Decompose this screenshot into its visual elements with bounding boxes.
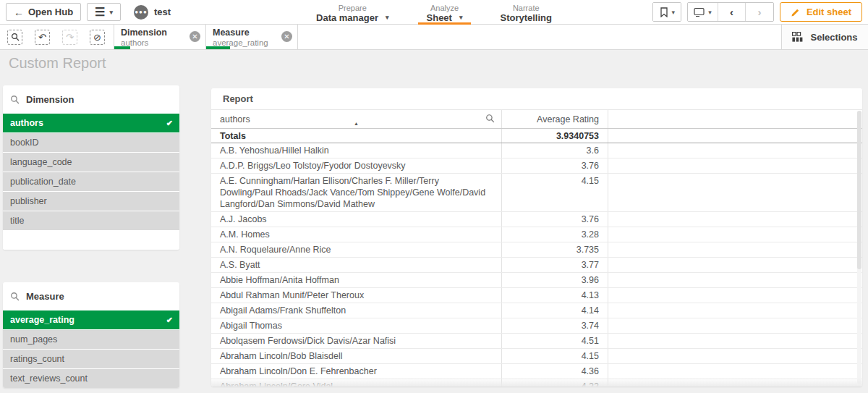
rating-cell[interactable]: 3.76 [502,159,608,173]
selections-toggle[interactable]: Selections [781,25,868,49]
author-cell[interactable]: A.J. Jacobs [211,212,502,227]
app-info[interactable]: ●●● test [134,5,171,20]
author-cell[interactable]: Abigail Adams/Frank Shuffelton [211,303,502,318]
table-row[interactable]: A.B. Yehoshua/Hillel Halkin 3.6 [211,143,862,159]
global-menu-button[interactable]: ☰ ▾ [87,3,121,21]
rating-cell[interactable]: 3.74 [502,318,608,333]
selection-chip-measure[interactable]: Measure average_rating ✕ [205,25,298,49]
table-row[interactable]: Abdul Rahman Munif/Peter Theroux 4.13 [211,288,862,303]
list-item[interactable]: num_pages ✔ [3,330,179,349]
empty-cell [608,318,862,333]
bookmarks-button[interactable]: ▾ [653,3,681,21]
empty-cell [608,159,862,173]
rating-cell[interactable]: 4.36 [502,364,608,379]
author-cell[interactable]: Abbie Hoffman/Anita Hoffman [211,273,502,287]
clear-selections-icon[interactable]: ⊘ [90,30,105,45]
listbox-title: Measure [26,291,64,302]
search-icon[interactable] [485,114,495,123]
table-row[interactable]: A.J. Jacobs 3.76 [211,212,862,227]
rating-cell[interactable]: 3.28 [502,227,608,242]
table-row[interactable]: A.S. Byatt 3.77 [211,258,862,273]
author-cell[interactable]: A.M. Homes [211,227,502,242]
empty-cell [608,273,862,287]
table-row[interactable]: Abigail Adams/Frank Shuffelton 4.14 [211,303,862,318]
list-item[interactable]: text_reviews_count ✔ [3,369,179,388]
rating-cell[interactable]: 4.15 [502,349,608,363]
rating-cell[interactable]: 3.735 [502,242,608,257]
check-icon: ✔ [166,114,173,132]
chevron-right-icon: › [757,7,761,17]
rating-cell[interactable]: 4.22 [502,379,608,386]
nav-analyze[interactable]: Analyze Sheet ▾ [418,0,472,25]
chevron-left-icon: ‹ [730,7,733,17]
rating-cell[interactable]: 3.96 [502,273,608,287]
author-cell[interactable]: A.D.P. Briggs/Leo Tolstoy/Fyodor Dostoye… [211,159,502,173]
list-item-label: bookID [10,138,39,148]
open-hub-button[interactable]: ← Open Hub [6,3,81,21]
rating-cell[interactable]: 4.51 [502,334,608,348]
edit-sheet-button[interactable]: Edit sheet [780,2,862,22]
author-cell[interactable]: Abolqasem Ferdowsi/Dick Davis/Azar Nafis… [211,334,502,348]
scrollbar-thumb[interactable] [857,111,861,269]
table-row[interactable]: Abbie Hoffman/Anita Hoffman 3.96 [211,273,862,288]
list-item[interactable]: average_rating ✔ [3,310,179,329]
measure-listbox: Measure average_rating ✔ num_pages ✔ rat… [3,282,179,388]
selection-chip-dimension[interactable]: Dimension authors ✕ [114,25,206,49]
rating-cell[interactable]: 3.6 [502,143,608,158]
author-cell[interactable]: Abraham Lincoln/Gore Vidal [211,379,502,386]
table-row[interactable]: Abraham Lincoln/Don E. Fehrenbacher 4.36 [211,364,862,379]
undo-selection-icon[interactable]: ↶ [35,30,50,45]
nav-narrate[interactable]: Narrate Storytelling [491,0,561,25]
list-item[interactable]: ratings_count ✔ [3,350,179,368]
smart-search-icon[interactable] [7,30,22,45]
author-cell[interactable]: A.S. Byatt [211,258,502,272]
rating-cell[interactable]: 3.77 [502,258,608,272]
list-item[interactable]: publication_date ✔ [3,172,179,191]
table-row[interactable]: Abraham Lincoln/Bob Blaisdell 4.15 [211,349,862,364]
close-icon[interactable]: ✕ [281,31,292,42]
list-item[interactable]: publisher ✔ [3,192,179,211]
vertical-scrollbar[interactable] [857,111,861,384]
author-cell[interactable]: A.N. Roquelaure/Anne Rice [211,242,502,257]
prev-sheet-button[interactable]: ‹ [718,3,746,21]
close-icon[interactable]: ✕ [190,31,200,42]
author-cell[interactable]: Abraham Lincoln/Bob Blaisdell [211,349,502,363]
list-item[interactable]: bookID ✔ [3,133,179,152]
empty-cell [608,364,862,379]
search-icon [10,292,20,301]
chip-title: Measure [213,28,278,38]
table-row[interactable]: A.N. Roquelaure/Anne Rice 3.735 [211,242,862,258]
column-header-authors[interactable]: authors ▲ [211,110,502,128]
table-row[interactable]: A.D.P. Briggs/Leo Tolstoy/Fyodor Dostoye… [211,159,862,174]
dimension-listbox-header[interactable]: Dimension [3,85,179,113]
table-row[interactable]: Abolqasem Ferdowsi/Dick Davis/Azar Nafis… [211,334,862,349]
redo-selection-icon[interactable]: ↷ [62,30,77,45]
author-cell[interactable]: Abdul Rahman Munif/Peter Theroux [211,288,502,303]
sheets-button[interactable]: ▾ [688,3,718,21]
author-cell[interactable]: A.E. Cunningham/Harlan Ellison/Charles F… [211,174,502,211]
list-item[interactable]: authors ✔ [3,114,179,132]
nav-prepare[interactable]: Prepare Data manager ▾ [307,0,398,25]
list-item[interactable]: title ✔ [3,211,179,230]
rating-cell[interactable]: 4.14 [502,303,608,318]
rating-cell[interactable]: 4.15 [502,174,608,211]
table-row[interactable]: Abigail Thomas 3.74 [211,318,862,334]
author-cell[interactable]: Abigail Thomas [211,318,502,333]
list-item[interactable]: language_code ✔ [3,153,179,172]
measure-listbox-header[interactable]: Measure [3,282,179,310]
rating-cell[interactable]: 4.13 [502,288,608,303]
author-cell[interactable]: A.B. Yehoshua/Hillel Halkin [211,143,502,158]
table-header-row: authors ▲ Average Rating [211,110,862,129]
table-row[interactable]: A.M. Homes 3.28 [211,227,862,242]
edit-sheet-label: Edit sheet [807,7,851,17]
table-row[interactable]: A.E. Cunningham/Harlan Ellison/Charles F… [211,174,862,212]
author-cell[interactable]: Abraham Lincoln/Don E. Fehrenbacher [211,364,502,379]
next-sheet-button[interactable]: › [746,3,773,21]
list-item-label: language_code [10,157,72,167]
search-icon [10,95,20,104]
table-row[interactable]: Abraham Lincoln/Gore Vidal 4.22 [211,379,862,386]
empty-cell [608,174,862,211]
totals-row: Totals 3.9340753 [211,129,862,143]
column-header-average-rating[interactable]: Average Rating [502,110,608,128]
rating-cell[interactable]: 3.76 [502,212,608,227]
